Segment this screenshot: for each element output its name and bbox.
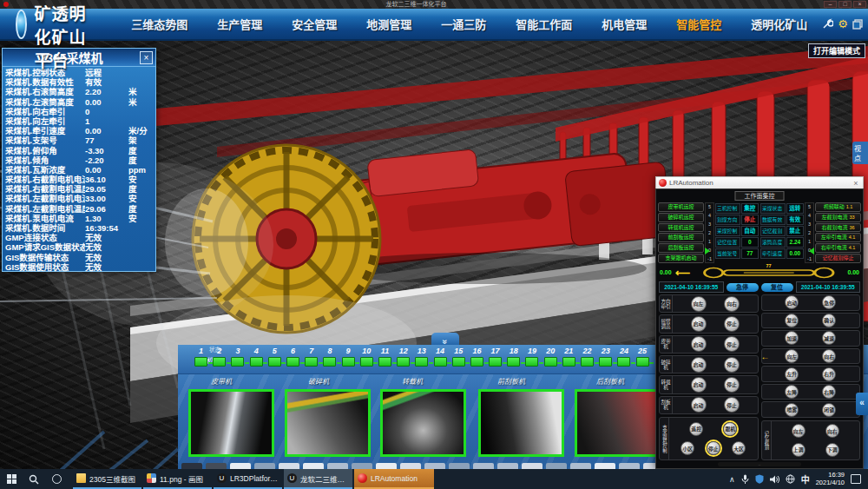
ime-indicator[interactable]: 中: [801, 472, 810, 486]
segment-indicator[interactable]: [360, 357, 373, 367]
round-button-b[interactable]: 停止: [724, 357, 740, 373]
round-button-a[interactable]: 向左: [792, 424, 806, 438]
round-button-a[interactable]: 复位: [785, 314, 799, 327]
remote-control-button[interactable]: 转载机远控: [658, 223, 704, 233]
round-button-b[interactable]: 急停: [822, 295, 836, 309]
small-zone-button[interactable]: 小区: [681, 441, 694, 455]
gear-icon[interactable]: ⚙: [838, 18, 848, 30]
lr-footer-handle[interactable]: ..: [718, 462, 800, 466]
panel-collapse-tab[interactable]: «: [856, 393, 868, 415]
nav-item[interactable]: 地测管理: [352, 16, 426, 32]
microphone-icon[interactable]: [741, 474, 749, 484]
round-button-b[interactable]: 停止: [724, 336, 740, 352]
segment-indicator[interactable]: [617, 357, 630, 367]
wrench-icon[interactable]: [822, 18, 833, 30]
segment-indicator[interactable]: [286, 357, 299, 367]
nav-item[interactable]: 智能工作面: [501, 16, 587, 32]
round-button-b[interactable]: 下调: [825, 443, 839, 457]
round-button-a[interactable]: 启动: [785, 295, 799, 309]
reset-button[interactable]: 复位: [761, 283, 793, 292]
segment-indicator[interactable]: [342, 357, 355, 367]
segment-indicator[interactable]: [194, 357, 207, 367]
round-button-b[interactable]: 闭锁: [822, 403, 836, 417]
remote-control-button[interactable]: 前刮板远控: [658, 233, 704, 242]
large-zone-button[interactable]: 大区: [732, 441, 746, 455]
taskbar-task[interactable]: 龙软二三维一体化...: [284, 469, 352, 489]
round-button-a[interactable]: 喷雾: [785, 403, 799, 417]
taskbar-task[interactable]: LR3DPlatform - U...: [214, 469, 282, 489]
memory-cut-stop-button[interactable]: 记忆截割停止: [815, 254, 861, 263]
round-button-a[interactable]: 左升: [785, 367, 799, 381]
round-button-a[interactable]: 左降: [785, 385, 799, 399]
segment-indicator[interactable]: [397, 357, 410, 367]
close-button[interactable]: ×: [853, 1, 866, 8]
estop-button[interactable]: 急停: [727, 283, 759, 292]
nav-item[interactable]: 机电管理: [587, 16, 661, 32]
motor-status-button[interactable]: 左截割电流 33: [815, 213, 861, 222]
round-button-b[interactable]: 向右: [724, 296, 740, 312]
round-button-b[interactable]: 右升: [822, 367, 836, 381]
round-button-a[interactable]: 启动: [691, 377, 707, 393]
segment-indicator[interactable]: [489, 357, 502, 367]
round-button-a[interactable]: 向左: [691, 296, 707, 312]
panel-close-icon[interactable]: ×: [140, 51, 153, 64]
lr-close-icon[interactable]: ×: [851, 179, 861, 188]
round-button-b[interactable]: 停止: [724, 316, 740, 332]
network-globe-icon[interactable]: [786, 474, 795, 484]
round-button-b[interactable]: 停止: [724, 377, 740, 393]
round-button-a[interactable]: 加速: [785, 331, 799, 345]
clock[interactable]: 16:39 2021/4/10: [816, 472, 845, 486]
segment-indicator[interactable]: [305, 357, 318, 367]
taskbar-task[interactable]: LRAutomation: [354, 469, 434, 489]
camera-thumbnail[interactable]: [380, 389, 466, 457]
segment-indicator[interactable]: [470, 357, 483, 367]
segment-indicator[interactable]: [378, 357, 391, 367]
segment-indicator[interactable]: [581, 357, 594, 367]
camera-thumbnail[interactable]: [575, 389, 661, 457]
nav-item[interactable]: 安全管理: [277, 16, 352, 32]
segment-indicator[interactable]: [323, 357, 336, 367]
round-button-b[interactable]: 停止: [724, 397, 740, 413]
segment-indicator[interactable]: [452, 357, 465, 367]
speaker-icon[interactable]: [770, 475, 779, 484]
segment-indicator[interactable]: [562, 357, 575, 367]
remote-mode-button[interactable]: 遥控: [689, 422, 703, 436]
taskbar-task[interactable]: 11.png - 画图: [143, 469, 212, 489]
round-button-a[interactable]: 启动: [691, 357, 707, 373]
nav-item[interactable]: 三维态势图: [116, 16, 202, 32]
remote-control-button[interactable]: 后刮板远控: [658, 243, 704, 253]
search-button[interactable]: [23, 469, 45, 489]
start-button[interactable]: [0, 469, 23, 489]
round-button-a[interactable]: 启动: [691, 397, 707, 413]
segment-indicator[interactable]: [250, 357, 263, 367]
tray-chevron-icon[interactable]: ∧: [729, 475, 735, 484]
round-button-a[interactable]: 上调: [792, 443, 806, 457]
round-button-b[interactable]: 确认: [822, 314, 836, 327]
minimize-button[interactable]: –: [824, 1, 837, 8]
stop-zone-button[interactable]: 停止: [707, 441, 720, 455]
camera-thumbnail[interactable]: [478, 389, 564, 457]
segment-indicator[interactable]: [599, 357, 612, 367]
nav-item[interactable]: 生产管理: [202, 16, 277, 32]
cortana-button[interactable]: [45, 469, 68, 489]
segment-indicator[interactable]: [415, 357, 428, 367]
follow-mode-button[interactable]: 跟机: [723, 422, 737, 436]
remote-control-button[interactable]: 支架跟机启动: [658, 254, 704, 263]
strip-collapse-button[interactable]: »: [431, 333, 459, 345]
round-button-a[interactable]: 启动: [691, 336, 707, 352]
segment-indicator[interactable]: [434, 357, 447, 367]
segment-indicator[interactable]: [213, 357, 226, 367]
remote-control-button[interactable]: 破碎机远控: [658, 213, 704, 222]
motor-status-button[interactable]: 左牵引电流 4.1: [815, 233, 861, 242]
nav-item[interactable]: 智能管控: [661, 16, 736, 32]
motor-status-button[interactable]: 右截割电流 36: [815, 223, 861, 233]
taskbar-task[interactable]: 2305三维截图: [73, 469, 141, 489]
segment-indicator[interactable]: [268, 357, 281, 367]
motor-status-button[interactable]: 视频联动 1.1: [815, 202, 861, 212]
round-button-a[interactable]: 启动: [691, 316, 707, 332]
nav-item[interactable]: 透明化矿山: [736, 16, 822, 32]
segment-indicator[interactable]: [525, 357, 538, 367]
round-button-b[interactable]: 向右: [825, 424, 839, 438]
segment-indicator[interactable]: [636, 357, 649, 367]
round-button-b[interactable]: 减速: [822, 331, 836, 345]
